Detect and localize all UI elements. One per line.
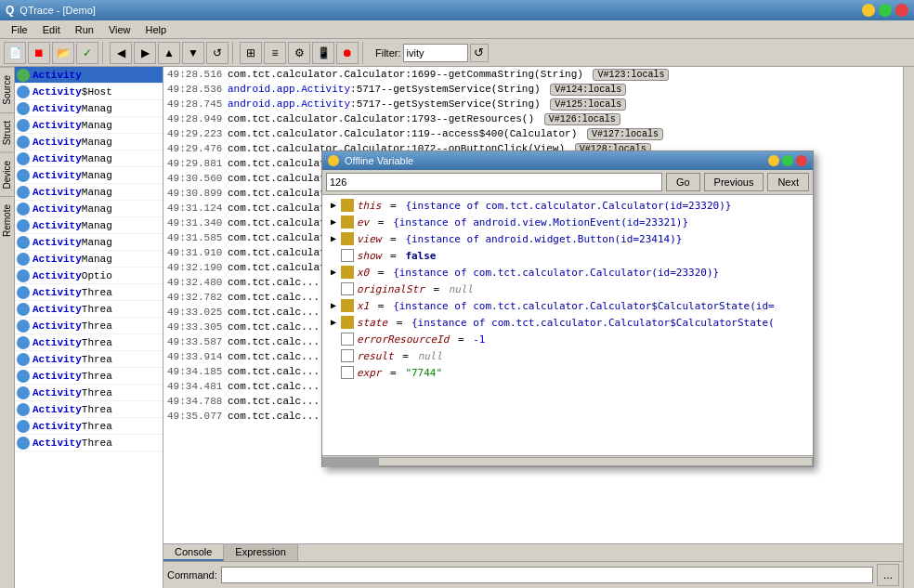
list-item-text: ActivityManag <box>33 237 112 248</box>
list-item-icon <box>17 403 30 416</box>
expand-icon[interactable]: ▶ <box>326 298 341 313</box>
menu-edit[interactable]: Edit <box>35 22 68 37</box>
toolbar-back[interactable]: ◀ <box>110 42 132 64</box>
trace-row[interactable]: 49:28.516 com.tct.calculator.Calculator:… <box>163 67 903 82</box>
list-item-icon <box>17 420 30 433</box>
menu-run[interactable]: Run <box>68 22 101 37</box>
list-item[interactable]: ActivityManag <box>15 150 163 167</box>
filter-refresh-btn[interactable]: ↺ <box>470 44 489 62</box>
dialog-search-input[interactable] <box>326 173 662 191</box>
filter-input[interactable] <box>403 44 468 62</box>
list-item[interactable]: ActivityManag <box>15 134 163 150</box>
toolbar-record[interactable]: ⏺ <box>336 42 359 64</box>
var-row-error-resource-id[interactable]: ▶ errorResourceId = -1 <box>324 331 811 347</box>
toolbar-check[interactable]: ✓ <box>76 42 98 64</box>
dialog-next-button[interactable]: Next <box>767 173 809 191</box>
var-row-result[interactable]: ▶ result = null <box>324 347 811 364</box>
tab-expression[interactable]: Expression <box>224 544 297 561</box>
command-input[interactable] <box>221 567 873 583</box>
trace-row[interactable]: 49:28.745 android.app.Activity:5717--get… <box>163 97 903 111</box>
var-text: x1 = {instance of com.tct.calculator.Cal… <box>357 300 775 312</box>
dialog-previous-button[interactable]: Previous <box>704 173 764 191</box>
list-item[interactable]: ActivityThrea <box>15 318 163 334</box>
toolbar-refresh[interactable]: ↺ <box>206 42 228 64</box>
list-item[interactable]: ActivityManag <box>15 234 163 251</box>
list-item-icon <box>17 169 30 182</box>
menu-bar: File Edit Run View Help <box>0 20 914 39</box>
list-item-text: ActivityOptio <box>33 270 112 281</box>
list-item[interactable]: ActivityThrea <box>15 435 163 451</box>
var-text: expr = "7744" <box>357 367 442 379</box>
list-item[interactable]: ActivityOptio <box>15 268 163 284</box>
expand-icon[interactable]: ▶ <box>326 231 341 246</box>
var-row-x1[interactable]: ▶ x1 = {instance of com.tct.calculator.C… <box>324 297 811 314</box>
offline-variable-dialog[interactable]: Offline Variable Go Previous Next <box>321 150 814 467</box>
dialog-close[interactable] <box>796 155 807 166</box>
window-controls <box>862 4 908 17</box>
list-item[interactable]: ActivityManag <box>15 117 163 134</box>
toolbar-phone[interactable]: 📱 <box>312 42 334 64</box>
dialog-minimize[interactable] <box>768 155 779 166</box>
list-item[interactable]: ActivityManag <box>15 217 163 234</box>
sidebar-tab-device[interactable]: Device <box>0 152 14 197</box>
trace-row[interactable]: 49:29.223 com.tct.calculator.Calculator:… <box>163 126 903 141</box>
list-item[interactable]: ActivityManag <box>15 100 163 117</box>
list-item[interactable]: ActivityThrea <box>15 284 163 301</box>
list-item[interactable]: ActivityThrea <box>15 351 163 368</box>
minimize-button[interactable] <box>862 4 875 17</box>
var-row-this[interactable]: ▶ this = {instance of com.tct.calculator… <box>324 197 811 214</box>
sidebar-tab-struct[interactable]: Struct <box>0 112 14 152</box>
trace-content: com.tct.calculator.Calculator:1793--getR… <box>228 113 899 124</box>
list-item[interactable]: ActivityThrea <box>15 334 163 351</box>
close-button[interactable] <box>895 4 908 17</box>
ellipsis-button[interactable]: ... <box>877 564 899 586</box>
toolbar-new[interactable]: 📄 <box>4 42 26 64</box>
list-item[interactable]: ActivityThrea <box>15 368 163 385</box>
list-item[interactable]: ActivityThrea <box>15 385 163 401</box>
var-row-x0[interactable]: ▶ x0 = {instance of com.tct.calculator.C… <box>324 264 811 281</box>
expand-icon-spacer: ▶ <box>326 248 341 263</box>
toolbar-list[interactable]: ≡ <box>264 42 286 64</box>
menu-help[interactable]: Help <box>138 22 175 37</box>
trace-time: 49:33.025 <box>167 307 228 318</box>
toolbar-settings[interactable]: ⚙ <box>288 42 310 64</box>
list-item[interactable]: Activity <box>15 67 163 84</box>
sidebar-tab-source[interactable]: Source <box>0 67 14 112</box>
list-item[interactable]: ActivityThrea <box>15 301 163 318</box>
dialog-go-button[interactable]: Go <box>666 173 700 191</box>
menu-file[interactable]: File <box>4 22 35 37</box>
list-item[interactable]: ActivityThrea <box>15 418 163 435</box>
list-item[interactable]: ActivityManag <box>15 167 163 184</box>
trace-row[interactable]: 49:28.949 com.tct.calculator.Calculator:… <box>163 111 903 126</box>
toolbar-up[interactable]: ▲ <box>158 42 180 64</box>
list-item[interactable]: ActivityManag <box>15 251 163 268</box>
maximize-button[interactable] <box>879 4 892 17</box>
expand-icon[interactable]: ▶ <box>326 265 341 280</box>
var-plain-icon <box>341 333 354 346</box>
expand-icon[interactable]: ▶ <box>326 215 341 229</box>
toolbar-open[interactable]: 📂 <box>52 42 74 64</box>
menu-view[interactable]: View <box>101 22 138 37</box>
toolbar-forward[interactable]: ▶ <box>134 42 156 64</box>
sidebar-tab-remote[interactable]: Remote <box>0 196 14 244</box>
expand-icon[interactable]: ▶ <box>326 198 341 213</box>
dialog-maximize[interactable] <box>782 155 793 166</box>
var-row-state[interactable]: ▶ state = {instance of com.tct.calculato… <box>324 314 811 331</box>
dialog-horizontal-scrollbar[interactable] <box>322 455 813 466</box>
toolbar-stop[interactable]: ⏹ <box>28 42 50 64</box>
list-item[interactable]: Activity$Host <box>15 84 163 100</box>
var-row-view[interactable]: ▶ view = {instance of android.widget.But… <box>324 230 811 247</box>
trace-row[interactable]: 49:28.536 android.app.Activity:5717--get… <box>163 82 903 97</box>
tab-console[interactable]: Console <box>163 544 224 561</box>
list-item[interactable]: ActivityManag <box>15 184 163 201</box>
list-item[interactable]: ActivityThrea <box>15 401 163 418</box>
var-row-originalstr[interactable]: ▶ originalStr = null <box>324 281 811 297</box>
var-row-expr[interactable]: ▶ expr = "7744" <box>324 364 811 381</box>
toolbar-grid[interactable]: ⊞ <box>240 42 262 64</box>
toolbar-down[interactable]: ▼ <box>182 42 204 64</box>
var-row-ev[interactable]: ▶ ev = {instance of android.view.MotionE… <box>324 214 811 230</box>
var-row-show[interactable]: ▶ show = false <box>324 247 811 264</box>
list-item[interactable]: ActivityManag <box>15 201 163 217</box>
expand-icon[interactable]: ▶ <box>326 315 341 330</box>
trace-time: 49:32.480 <box>167 277 228 288</box>
